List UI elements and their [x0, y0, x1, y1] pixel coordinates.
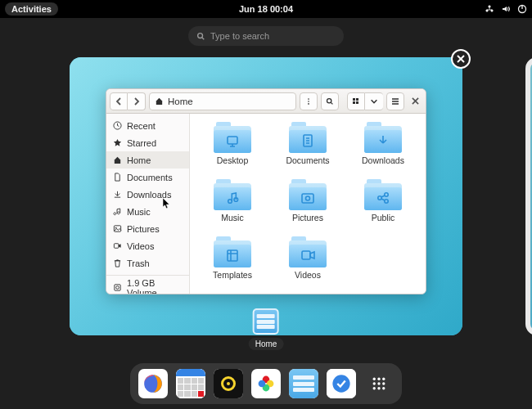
- search-icon: [326, 97, 334, 106]
- search-icon: [196, 32, 205, 41]
- chevron-right-icon: [133, 97, 141, 106]
- sidebar-item-label: Documents: [127, 173, 173, 182]
- kebab-menu-button[interactable]: [300, 92, 318, 110]
- sidebar-item-downloads[interactable]: Downloads: [106, 186, 189, 203]
- kebab-icon: [304, 97, 313, 106]
- folder-icon: [364, 179, 402, 210]
- dock-item-firefox[interactable]: [138, 369, 168, 398]
- folder-icon: [214, 236, 251, 267]
- window-overview-close-button[interactable]: [451, 49, 471, 69]
- clock-icon: [113, 121, 122, 130]
- dock-item-files[interactable]: [289, 369, 318, 398]
- svg-point-38: [373, 387, 376, 389]
- sidebar-item-label: Starred: [127, 138, 156, 148]
- sidebar-item-label: Trash: [127, 258, 150, 268]
- folder-label: Templates: [213, 270, 252, 280]
- network-icon: [485, 4, 494, 14]
- music-icon: [113, 207, 122, 216]
- folder-videos[interactable]: Videos: [275, 236, 340, 294]
- svg-point-34: [382, 378, 385, 380]
- window-overview-app-icon[interactable]: [253, 308, 279, 335]
- close-icon: [457, 55, 465, 63]
- sidebar-item-pictures[interactable]: Pictures: [106, 220, 189, 237]
- home-icon: [113, 155, 122, 164]
- chevron-left-icon: [115, 97, 123, 106]
- folder-music[interactable]: Music: [200, 179, 265, 236]
- system-status-area[interactable]: [485, 4, 527, 14]
- svg-point-39: [377, 387, 380, 389]
- folder-desktop[interactable]: Desktop: [200, 122, 265, 179]
- pic-icon: [113, 224, 122, 233]
- view-dropdown-button[interactable]: [365, 92, 383, 110]
- icon-view[interactable]: DesktopDocumentsDownloadsMusicPicturesPu…: [190, 114, 426, 294]
- dock-item-apps[interactable]: [364, 369, 394, 398]
- nav-forward-button[interactable]: [128, 92, 146, 110]
- path-label: Home: [168, 97, 193, 106]
- star-icon: [113, 138, 122, 147]
- workspace-thumbnail-next[interactable]: [525, 57, 532, 335]
- sidebar-item-videos[interactable]: Videos: [106, 237, 189, 254]
- sidebar-item-music[interactable]: Music: [106, 203, 189, 220]
- sidebar-item-recent[interactable]: Recent: [106, 117, 189, 134]
- sidebar-item-vol[interactable]: 1.9 GB Volume: [106, 279, 189, 294]
- window-close-button[interactable]: [408, 97, 422, 105]
- svg-point-36: [377, 382, 380, 384]
- sidebar-item-label: Recent: [127, 121, 156, 131]
- folder-label: Videos: [295, 270, 321, 280]
- folder-label: Public: [372, 213, 395, 222]
- dock-item-photos[interactable]: [251, 369, 281, 398]
- trash-icon: [113, 258, 122, 267]
- svg-point-31: [332, 375, 349, 392]
- video-icon: [113, 241, 122, 250]
- path-bar[interactable]: Home: [149, 92, 296, 110]
- clock[interactable]: Jun 18 00:04: [239, 4, 293, 14]
- search-button[interactable]: [321, 92, 339, 110]
- search-placeholder: Type to search: [210, 31, 269, 41]
- power-icon: [517, 4, 527, 14]
- folder-icon: [364, 122, 402, 153]
- activities-button[interactable]: Activities: [5, 2, 58, 16]
- sidebar-item-label: Music: [127, 207, 151, 217]
- volume-icon: [501, 4, 511, 14]
- folder-templates[interactable]: Templates: [200, 236, 265, 294]
- dock-item-rhythmbox[interactable]: [214, 369, 243, 398]
- sidebar-item-label: Pictures: [127, 224, 160, 234]
- svg-point-32: [373, 378, 376, 380]
- view-grid-button[interactable]: [347, 92, 365, 110]
- sidebar-item-label: 1.9 GB Volume: [127, 278, 183, 294]
- svg-point-35: [373, 382, 376, 384]
- top-bar: Activities Jun 18 00:04: [0, 0, 532, 18]
- home-icon: [155, 97, 164, 106]
- sidebar-item-trash[interactable]: Trash: [106, 254, 189, 272]
- folder-label: Documents: [286, 155, 329, 165]
- sidebar-item-documents[interactable]: Documents: [106, 169, 189, 186]
- sidebar-item-home[interactable]: Home: [106, 151, 189, 169]
- folder-documents[interactable]: Documents: [275, 122, 340, 179]
- nav-back-button[interactable]: [110, 92, 128, 110]
- workspace-thumbnail[interactable]: Home RecentStarredHomeDocumentsDownloads…: [70, 57, 462, 335]
- sidebar-item-starred[interactable]: Starred: [106, 134, 189, 151]
- close-icon: [412, 97, 419, 105]
- svg-point-33: [377, 378, 380, 380]
- window-overview-title: Home: [249, 338, 284, 350]
- dock-item-software[interactable]: [327, 369, 356, 398]
- sidebar: RecentStarredHomeDocumentsDownloadsMusic…: [106, 114, 190, 294]
- folder-icon: [289, 122, 327, 153]
- folder-label: Music: [221, 213, 243, 222]
- folder-downloads[interactable]: Downloads: [350, 122, 416, 179]
- overview-search[interactable]: Type to search: [188, 26, 344, 46]
- hamburger-menu-button[interactable]: [386, 92, 404, 110]
- hamburger-icon: [391, 97, 399, 106]
- dash: [130, 363, 402, 404]
- folder-icon: [214, 122, 251, 153]
- files-window[interactable]: Home RecentStarredHomeDocumentsDownloads…: [106, 88, 426, 294]
- svg-point-40: [382, 387, 385, 389]
- folder-icon: [289, 179, 327, 210]
- folder-pictures[interactable]: Pictures: [275, 179, 340, 236]
- dock-item-calendar[interactable]: [176, 369, 205, 398]
- disk-icon: [113, 283, 122, 292]
- cursor: [163, 198, 171, 209]
- headerbar: Home: [106, 89, 426, 114]
- folder-public[interactable]: Public: [350, 179, 416, 236]
- folder-label: Desktop: [217, 155, 249, 165]
